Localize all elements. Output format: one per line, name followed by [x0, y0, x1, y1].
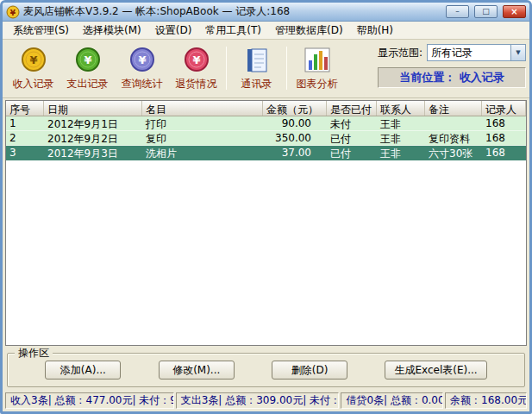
toolbar-separator	[286, 47, 287, 90]
chevron-down-icon[interactable]: ▼	[510, 45, 525, 60]
menu-tools[interactable]: 常用工具(T)	[198, 22, 268, 40]
toolbar-label: 查询统计	[122, 77, 163, 91]
toolbar-label: 支出记录	[67, 77, 109, 91]
toolbar-label: 通讯录	[241, 77, 272, 91]
expense-coin-icon: ¥	[72, 45, 103, 76]
cell-amount: 37.00	[263, 146, 327, 160]
cell-paid: 已付	[327, 131, 377, 145]
table-row-selected[interactable]: 3 2012年9月3日 洗相片 37.00 已付 王非 六寸30张 168	[6, 146, 526, 160]
column-header-index[interactable]: 序号	[6, 101, 44, 116]
toolbar-label: 收入记录	[13, 77, 54, 91]
menu-bar: 系统管理(S) 选择模块(M) 设置(D) 常用工具(T) 管理数据库(D) 帮…	[3, 22, 529, 40]
column-header-amount[interactable]: 金额（元）	[263, 101, 327, 116]
cell-paid: 未付	[327, 116, 377, 130]
status-balance: 余额：168.00元	[445, 392, 527, 409]
income-coin-icon: ¥	[18, 45, 49, 76]
display-range-select[interactable]: 所有记录 ▼	[427, 44, 526, 61]
cell-paid: 已付	[327, 146, 377, 160]
income-records-button[interactable]: ¥ 收入记录	[6, 42, 60, 94]
title-bar[interactable]: ¥ 麦风店铺帐本V3.9.2 — 帐本:ShopABook — 记录人:168 …	[3, 3, 529, 22]
menu-modules[interactable]: 选择模块(M)	[76, 22, 148, 40]
svg-text:¥: ¥	[10, 9, 16, 17]
edit-button[interactable]: 修改(M)...	[159, 361, 235, 380]
records-table: 序号 日期 名目 金额（元） 是否已付 联系人 备注 记录人 1 2012年9月…	[5, 100, 527, 346]
column-header-item[interactable]: 名目	[142, 101, 263, 116]
status-expense-summary: 支出3条| 总额：309.00元| 未付：0.00元	[176, 392, 340, 409]
cell-amount: 90.00	[263, 116, 327, 130]
window-title: 麦风店铺帐本V3.9.2 — 帐本:ShopABook — 记录人:168	[23, 4, 441, 19]
status-loan-summary: 借贷0条| 总额：0.00元	[341, 392, 443, 409]
toolbar-buttons: ¥ 收入记录 ¥ 支出记录	[6, 42, 344, 94]
export-excel-button[interactable]: 生成Excel表(E)...	[385, 361, 486, 380]
toolbar-label: 图表分析	[297, 77, 338, 91]
cell-item: 复印	[142, 131, 263, 145]
query-coin-icon: ¥	[127, 45, 158, 76]
status-income-summary: 收入3条| 总额：477.00元| 未付：90.00元	[5, 392, 174, 409]
cell-date: 2012年9月2日	[44, 131, 142, 145]
app-window: ¥ 麦风店铺帐本V3.9.2 — 帐本:ShopABook — 记录人:168 …	[0, 0, 532, 414]
cell-recorder: 168	[482, 131, 526, 145]
menu-help[interactable]: 帮助(H)	[350, 22, 400, 40]
cell-date: 2012年9月3日	[44, 146, 142, 160]
minimize-button[interactable]: –	[446, 5, 469, 18]
column-header-paid[interactable]: 是否已付	[327, 101, 377, 116]
menu-system[interactable]: 系统管理(S)	[6, 22, 76, 40]
returns-status-button[interactable]: ¥ 退货情况	[169, 42, 223, 94]
svg-text:¥: ¥	[192, 53, 200, 66]
svg-text:¥: ¥	[138, 53, 146, 66]
cell-remark: 六寸30张	[425, 146, 482, 160]
expense-records-button[interactable]: ¥ 支出记录	[60, 42, 115, 94]
menu-settings[interactable]: 设置(D)	[148, 22, 199, 40]
table-row[interactable]: 2 2012年9月2日 复印 350.00 已付 王非 复印资料 168	[6, 131, 526, 146]
operations-group-label: 操作区	[15, 346, 53, 361]
chart-analysis-button[interactable]: 图表分析	[290, 42, 344, 94]
column-header-contact[interactable]: 联系人	[377, 101, 425, 116]
column-header-date[interactable]: 日期	[44, 101, 142, 116]
delete-button[interactable]: 删除(D)	[272, 361, 347, 380]
cell-index: 2	[6, 131, 44, 145]
add-button[interactable]: 添加(A)...	[45, 361, 121, 380]
cell-contact: 王非	[377, 131, 425, 145]
display-range-row: 显示范围: 所有记录 ▼	[378, 44, 526, 61]
returns-coin-icon: ¥	[181, 45, 212, 76]
cell-index: 3	[6, 146, 44, 160]
display-range-label: 显示范围:	[378, 46, 422, 60]
toolbar: ¥ 收入记录 ¥ 支出记录	[3, 40, 529, 98]
svg-text:¥: ¥	[29, 53, 37, 66]
query-stats-button[interactable]: ¥ 查询统计	[115, 42, 169, 94]
operations-area: 操作区 添加(A)... 修改(M)... 删除(D) 生成Excel表(E).…	[3, 348, 529, 391]
cell-index: 1	[6, 116, 44, 130]
cell-remark: 复印资料	[425, 131, 482, 145]
close-button[interactable]: ×	[503, 5, 526, 18]
cell-contact: 王非	[377, 116, 425, 130]
cell-contact: 王非	[377, 146, 425, 160]
cell-date: 2012年9月1日	[44, 116, 142, 130]
app-icon: ¥	[6, 5, 20, 19]
svg-text:¥: ¥	[84, 53, 91, 66]
table-header-row: 序号 日期 名目 金额（元） 是否已付 联系人 备注 记录人	[6, 101, 526, 116]
menu-database[interactable]: 管理数据库(D)	[268, 22, 350, 40]
chart-analysis-icon	[302, 45, 333, 76]
column-header-recorder[interactable]: 记录人	[482, 101, 526, 116]
address-book-button[interactable]: 通讯录	[229, 42, 284, 94]
current-location-label: 当前位置： 收入记录	[378, 67, 526, 88]
cell-recorder: 168	[482, 146, 526, 160]
cell-item: 洗相片	[142, 146, 263, 160]
cell-amount: 350.00	[263, 131, 327, 145]
cell-remark	[425, 116, 482, 130]
toolbar-separator	[226, 47, 227, 90]
toolbar-label: 退货情况	[176, 77, 217, 91]
status-bar: 收入3条| 总额：477.00元| 未付：90.00元 支出3条| 总额：309…	[3, 391, 529, 411]
display-range-value: 所有记录	[428, 46, 510, 60]
address-book-icon	[241, 45, 272, 76]
table-row[interactable]: 1 2012年9月1日 打印 90.00 未付 王非 168	[6, 116, 526, 131]
toolbar-right-panel: 显示范围: 所有记录 ▼ 当前位置： 收入记录	[378, 42, 526, 88]
operations-groupbox: 操作区 添加(A)... 修改(M)... 删除(D) 生成Excel表(E).…	[7, 353, 525, 387]
cell-recorder: 168	[482, 116, 526, 130]
column-header-remark[interactable]: 备注	[425, 101, 482, 116]
maximize-button[interactable]: □	[474, 5, 498, 18]
cell-item: 打印	[142, 116, 263, 130]
